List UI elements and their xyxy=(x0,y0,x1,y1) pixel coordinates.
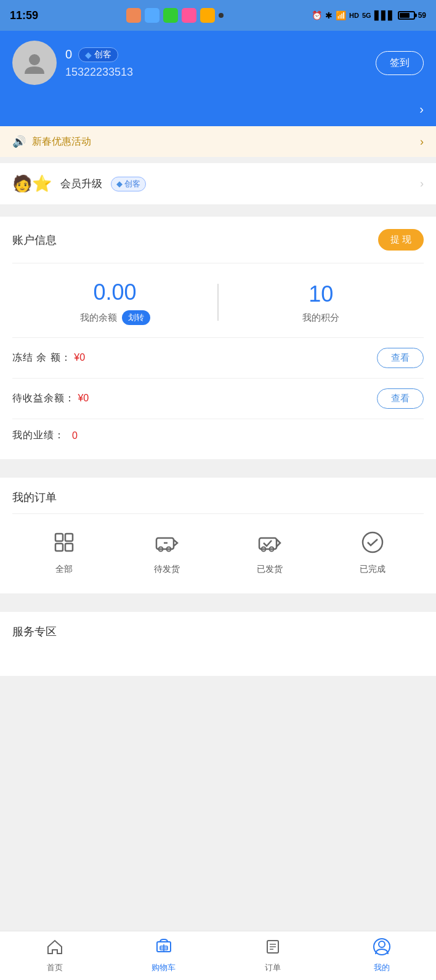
performance-value: 0 xyxy=(72,430,78,441)
alarm-icon: ⏰ xyxy=(312,10,322,20)
wifi-icon: 📶 xyxy=(336,10,346,20)
orders-title: 我的订单 xyxy=(12,490,424,505)
banner-arrow-icon: › xyxy=(420,135,424,148)
order-completed-icon-wrap xyxy=(357,526,389,558)
app-icon-yellow xyxy=(200,8,215,23)
services-content-placeholder xyxy=(12,639,424,664)
points-label: 我的积分 xyxy=(302,312,339,324)
withdraw-button[interactable]: 提 现 xyxy=(378,229,424,251)
account-card: 账户信息 提 现 0.00 我的余额 划转 10 我的积分 冻结 余 额： ¥0… xyxy=(0,217,436,459)
spacer-4 xyxy=(0,600,436,606)
banner-text: 新春优惠活动 xyxy=(32,135,91,148)
bars-icon: ▋▋▋ xyxy=(374,10,395,20)
balance-amount: 0.00 xyxy=(12,279,217,305)
member-upgrade-card[interactable]: 🧑‍⭐ 会员升级 ◆ 创客 › xyxy=(0,163,436,204)
battery-level: 59 xyxy=(418,11,426,20)
avatar-icon xyxy=(22,50,47,75)
services-card: 服务专区 xyxy=(0,612,436,676)
order-pending-label: 待发货 xyxy=(154,564,180,574)
order-completed-icon xyxy=(361,531,384,554)
account-title: 账户信息 xyxy=(12,233,57,247)
bottom-spacer xyxy=(0,682,436,744)
order-item-completed[interactable]: 已完成 xyxy=(357,526,389,575)
profile-phone: 15322233513 xyxy=(65,66,133,79)
frozen-view-button[interactable]: 查看 xyxy=(377,348,424,368)
svg-rect-4 xyxy=(65,544,73,551)
spacer-3 xyxy=(0,465,436,472)
account-header: 账户信息 提 现 xyxy=(12,229,424,251)
order-all-icon-wrap xyxy=(48,526,80,558)
notification-dot xyxy=(219,13,224,18)
orders-divider xyxy=(12,513,424,514)
nav-item-home[interactable]: 首页 xyxy=(0,931,109,980)
orders-grid: 全部 待发货 xyxy=(12,520,424,581)
orders-icon xyxy=(264,938,281,960)
orders-card: 我的订单 全部 xyxy=(0,478,436,593)
member-star-icon: 🧑‍⭐ xyxy=(12,174,52,193)
pending-view-button[interactable]: 查看 xyxy=(377,388,424,409)
hd-icon: HD xyxy=(349,12,359,19)
frozen-value: ¥0 xyxy=(74,352,85,363)
profile-top: 0 ◆ 创客 xyxy=(65,47,133,62)
member-vip-label: 创客 xyxy=(124,179,140,190)
battery-icon xyxy=(398,11,415,20)
order-all-label: 全部 xyxy=(55,564,73,574)
svg-point-0 xyxy=(29,54,40,65)
profile-nav-icon xyxy=(373,938,390,960)
spacer-2 xyxy=(0,204,436,211)
svg-rect-1 xyxy=(55,534,63,541)
profile-left: 0 ◆ 创客 15322233513 xyxy=(12,41,133,85)
pending-label: 待收益余额： xyxy=(12,393,75,403)
balance-label: 我的余额 xyxy=(80,312,117,324)
avatar[interactable] xyxy=(12,41,57,85)
profile-info: 0 ◆ 创客 15322233513 xyxy=(65,47,133,79)
order-item-pending[interactable]: 待发货 xyxy=(151,526,183,575)
cart-icon xyxy=(155,938,172,960)
header-profile: 0 ◆ 创客 15322233513 签到 xyxy=(0,31,436,100)
order-item-all[interactable]: 全部 xyxy=(48,526,80,575)
performance-label: 我的业绩： xyxy=(12,429,65,442)
frozen-label: 冻结 余 额： xyxy=(12,352,71,363)
bottom-nav: 首页 购物车 订单 xyxy=(0,931,436,980)
balance-item: 0.00 我的余额 划转 xyxy=(12,279,217,325)
nav-orders-label: 订单 xyxy=(265,962,281,973)
svg-rect-3 xyxy=(55,544,63,551)
speaker-icon: 🔊 xyxy=(12,135,26,148)
order-all-icon xyxy=(52,531,76,554)
status-time: 11:59 xyxy=(10,9,38,22)
signal-icon: 5G xyxy=(362,12,371,19)
promotion-banner[interactable]: 🔊 新春优惠活动 › xyxy=(0,126,436,157)
nav-item-cart[interactable]: 购物车 xyxy=(109,931,218,980)
profile-chevron-icon: › xyxy=(419,102,424,116)
member-upgrade-left: 🧑‍⭐ 会员升级 ◆ 创客 xyxy=(12,174,146,193)
services-title: 服务专区 xyxy=(12,624,424,639)
vip-badge-text: 创客 xyxy=(94,49,111,60)
transfer-button[interactable]: 划转 xyxy=(122,310,150,325)
balance-label-row: 我的余额 划转 xyxy=(12,310,217,325)
member-upgrade-arrow-icon: › xyxy=(420,177,424,190)
pending-left: 待收益余额： ¥0 xyxy=(12,392,89,405)
profile-arrow-row[interactable]: › xyxy=(0,100,436,126)
vip-badge: ◆ 创客 xyxy=(78,47,118,62)
checkin-button[interactable]: 签到 xyxy=(376,51,424,75)
status-apps xyxy=(126,8,224,23)
order-item-shipped[interactable]: 已发货 xyxy=(254,526,286,575)
app-icon-pink xyxy=(182,8,196,23)
status-bar: 11:59 ⏰ ✱ 📶 HD 5G ▋▋▋ 59 xyxy=(0,0,436,31)
svg-point-12 xyxy=(363,532,382,552)
member-title: 会员升级 xyxy=(60,177,102,191)
nav-item-profile[interactable]: 我的 xyxy=(327,931,436,980)
pending-balance-row: 待收益余额： ¥0 查看 xyxy=(12,378,424,419)
spacer-1 xyxy=(0,157,436,163)
order-pending-icon xyxy=(155,531,179,554)
app-icon-k xyxy=(126,8,141,23)
nav-item-orders[interactable]: 订单 xyxy=(218,931,327,980)
bluetooth-icon: ✱ xyxy=(325,10,333,20)
nav-home-label: 首页 xyxy=(47,962,63,973)
balance-row: 0.00 我的余额 划转 10 我的积分 xyxy=(12,273,424,337)
order-shipped-icon xyxy=(258,531,281,554)
points-amount: 10 xyxy=(219,281,424,307)
nav-profile-label: 我的 xyxy=(374,962,390,973)
banner-left: 🔊 新春优惠活动 xyxy=(12,135,91,148)
app-icon-circle xyxy=(145,8,159,23)
